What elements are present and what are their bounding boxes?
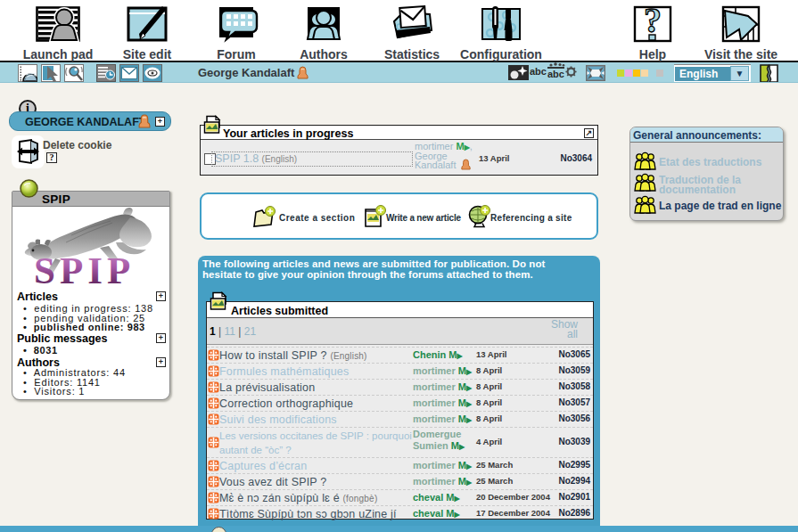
svg-text:SPIP: SPIP: [34, 250, 135, 290]
